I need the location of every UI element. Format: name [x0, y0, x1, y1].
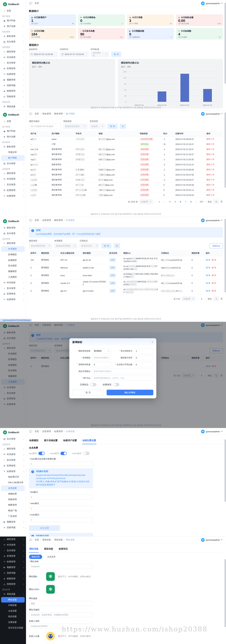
- delete-order-link[interactable]: 删除订单: [207, 189, 214, 191]
- sidebar-item[interactable]: DALL3绘画记录: [0, 480, 26, 486]
- fast-mode-input[interactable]: 2: [29, 495, 93, 500]
- robot-avatar-upload[interactable]: [45, 631, 56, 641]
- end-time-input[interactable]: 2024-07-07 14:29:44: [60, 52, 88, 57]
- breadcrumb-item[interactable]: 首页: [35, 2, 39, 5]
- sidebar-item[interactable]: ▤ 支付管理 ∨: [0, 436, 26, 442]
- delete-order-link[interactable]: 删除订单: [207, 168, 214, 170]
- breadcrumb-item[interactable]: 系统设置: [51, 538, 63, 541]
- relax-mode-input[interactable]: 1: [29, 506, 93, 511]
- sidebar-item[interactable]: 视频模型: [0, 269, 26, 274]
- trubo-mode-input[interactable]: 1: [29, 517, 93, 522]
- detail-type-select[interactable]: 请选择变更类型: [63, 124, 87, 129]
- sidebar-item[interactable]: ⊞ 应用管理 ∨: [0, 66, 26, 72]
- sidebar-item[interactable]: ◎ 营销管理 ∨: [0, 582, 26, 587]
- delete-order-link[interactable]: 删除订单: [207, 158, 214, 160]
- delete-order-link[interactable]: 删除订单: [207, 153, 214, 155]
- sidebar-item[interactable]: 资金管理: [0, 29, 26, 34]
- add-key-button[interactable]: 添加key: [210, 243, 223, 248]
- jump-page-input[interactable]: 6: [213, 200, 219, 204]
- brand-logo[interactable]: GoMaxAI: [0, 428, 26, 436]
- use-model-select[interactable]: 请选择使用模型: [54, 243, 77, 248]
- sidebar-item[interactable]: ♪ 音乐管理 ∨: [0, 182, 26, 188]
- brand-logo[interactable]: GoMaxAI: [0, 110, 26, 118]
- page-size-select[interactable]: 15条/页: [139, 200, 153, 204]
- sidebar-item[interactable]: 运营管理: [0, 442, 26, 446]
- sidebar-item[interactable]: ✉ 对话管理 ∨: [0, 55, 26, 60]
- start-time-input[interactable]: 2024-07-01 14:29:44: [29, 52, 58, 57]
- scrollbar[interactable]: [225, 440, 226, 502]
- sidebar-item[interactable]: 用户管理: [0, 14, 26, 18]
- tab[interactable]: 版权信息: [44, 546, 53, 552]
- delete-order-link[interactable]: 删除订单: [207, 194, 214, 196]
- breadcrumb-item[interactable]: 资金管理: [39, 112, 51, 115]
- close-icon[interactable]: ✕: [151, 341, 153, 344]
- sidebar-item[interactable]: ⊞ 应用管理 ∨: [0, 553, 26, 559]
- collapse-sidebar-icon[interactable]: [29, 2, 32, 4]
- toggle[interactable]: [83, 452, 89, 455]
- sidebar-item[interactable]: ⌂ 首页: [0, 118, 26, 124]
- page-number[interactable]: 207: [200, 200, 203, 203]
- sidebar-item[interactable]: 支付宝支付设置: [0, 625, 26, 631]
- sidebar-item[interactable]: ⋔ 思维导图 ∨: [0, 525, 26, 530]
- change-type-select[interactable]: 请选择...: [90, 124, 105, 129]
- sidebar-item[interactable]: 应用模型: [0, 252, 26, 258]
- brand-logo[interactable]: GoMaxAI: [0, 0, 26, 8]
- api-key-input[interactable]: 请填写模型秘钥key（sk开头）/key: [92, 376, 153, 381]
- delete-order-link[interactable]: 删除订单: [207, 178, 214, 181]
- user-menu[interactable]: gomaxaiadmin: [201, 2, 223, 5]
- site-desc-input[interactable]: 描述: [29, 601, 93, 606]
- breadcrumb-item[interactable]: 账户明细: [63, 112, 75, 115]
- breadcrumb-item[interactable]: 首页: [35, 538, 39, 541]
- breadcrumb-item[interactable]: 首页: [35, 430, 39, 433]
- sidebar-item[interactable]: ✎ 绘画管理 ∨: [0, 193, 26, 199]
- breadcrumb-item[interactable]: 对话模型: [63, 219, 75, 222]
- sidebar-item[interactable]: 分销设置: [0, 602, 26, 608]
- sidebar-item[interactable]: ⋔ 思维导图 ∨: [0, 570, 26, 576]
- delete-order-link[interactable]: 删除订单: [207, 138, 214, 140]
- breadcrumb-item[interactable]: 模型管理: [51, 219, 63, 222]
- sidebar-item[interactable]: ♪ 音乐管理 ∨: [0, 60, 26, 66]
- sidebar-item[interactable]: 对话模型: [1, 246, 25, 252]
- sidebar-item[interactable]: 精选广场: [0, 508, 26, 514]
- sidebar-item[interactable]: ◉ 用户列表: [0, 18, 26, 24]
- sidebar-item[interactable]: ◇ 模型管理 ∨: [0, 170, 26, 176]
- breadcrumb-item[interactable]: 系统设置: [39, 538, 51, 541]
- sidebar-item[interactable]: ◉ 用户列表: [0, 128, 26, 134]
- tab[interactable]: 网站信息: [29, 546, 39, 552]
- sidebar-item[interactable]: ⊜ 财务管理 ∧: [0, 144, 26, 150]
- tab[interactable]: 政策协议: [58, 546, 68, 552]
- proxy-address-input[interactable]: 请填写模型代理地址: [92, 369, 153, 374]
- site-icon-upload[interactable]: [45, 571, 56, 582]
- sidebar-item[interactable]: 音乐模型: [0, 263, 26, 269]
- sub-tab[interactable]: 基础信息: [29, 555, 42, 559]
- sidebar-item[interactable]: ▶ 视频管理 ∨: [0, 565, 26, 570]
- sub-tab[interactable]: 动态菜单: [45, 555, 58, 559]
- edit-link[interactable]: 编 辑: [206, 259, 210, 261]
- sidebar-item[interactable]: ◇ 模型管理 ∨: [0, 49, 26, 55]
- sidebar-item[interactable]: ⊞ 应用管理 ∨: [0, 188, 26, 193]
- sidebar-item[interactable]: 账户明细: [1, 155, 25, 161]
- tab[interactable]: 绘图扣费设置: [82, 437, 96, 444]
- page-number[interactable]: 5: [174, 200, 177, 203]
- keyword-input[interactable]: 用户名/昵称/手机号/邮箱: [29, 124, 61, 129]
- sidebar-item[interactable]: 系统设置: [0, 587, 26, 592]
- breadcrumb-item[interactable]: 首页: [35, 219, 39, 222]
- page-number[interactable]: ···: [195, 200, 198, 203]
- collapse-sidebar-icon[interactable]: [29, 219, 32, 221]
- edit-link[interactable]: 编 辑: [206, 290, 210, 292]
- sidebar-item[interactable]: ⊕ 用户注册 ∨: [0, 134, 26, 140]
- granularity-select[interactable]: 请选择时间...: [91, 52, 109, 57]
- breadcrumb-item[interactable]: 运营管理: [39, 430, 51, 433]
- delete-link[interactable]: 删 除: [212, 282, 217, 284]
- sidebar-item[interactable]: ◈ 权限管理 ∨: [0, 576, 26, 582]
- display-order-input[interactable]: 0: [134, 355, 153, 360]
- sidebar-item[interactable]: ✎ 绘画管理 ∧: [0, 469, 26, 474]
- user-menu[interactable]: gomaxaiadmin: [201, 112, 223, 116]
- refresh-button[interactable]: ↻: [114, 243, 120, 248]
- page-number[interactable]: 1: [158, 200, 161, 203]
- page-number[interactable]: 7: [184, 200, 187, 203]
- sidebar-item[interactable]: 系统设置: [0, 100, 26, 104]
- page-number[interactable]: 4: [168, 200, 172, 203]
- prev-page-button[interactable]: ‹: [197, 298, 199, 300]
- sidebar-item[interactable]: ✉ 对话管理 ∨: [0, 452, 26, 457]
